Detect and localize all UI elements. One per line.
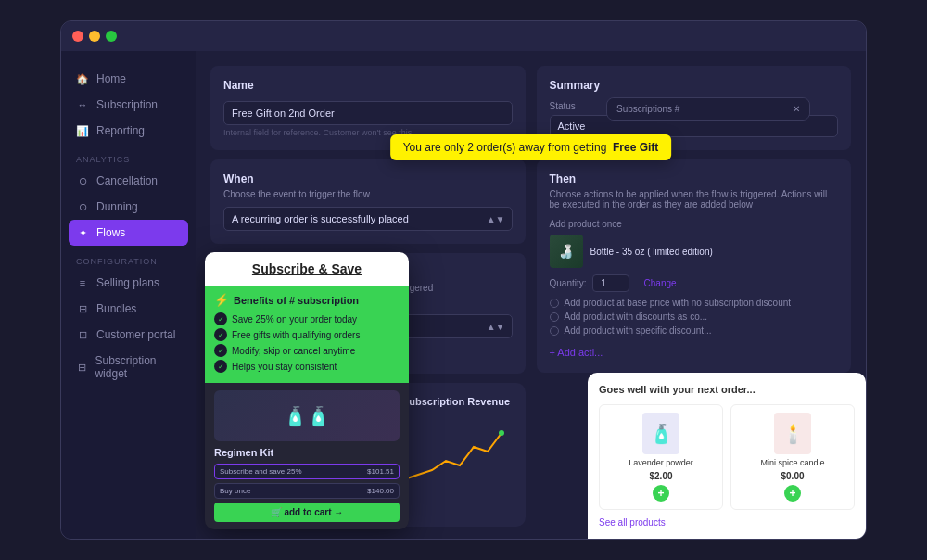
benefits-title: ⚡ Benefits of # subscription xyxy=(214,293,400,307)
check-icon-1: ✓ xyxy=(214,312,227,325)
subscription-widget-icon: ⊟ xyxy=(76,362,87,374)
see-all-link[interactable]: See all products xyxy=(599,517,855,528)
spice-price: $0.00 xyxy=(781,471,804,481)
change-link[interactable]: Change xyxy=(644,278,677,288)
app-window: 🏠 Home ↔ Subscription 📊 Reporting ANALYT… xyxy=(60,20,867,540)
sidebar-item-flows[interactable]: ✦ Flows xyxy=(69,220,188,246)
benefit-item-1: ✓ Save 25% on your order today xyxy=(214,312,400,325)
reporting-icon: 📊 xyxy=(76,125,89,137)
titlebar xyxy=(61,21,866,51)
spice-name: Mini spice candle xyxy=(760,458,824,467)
product-cards-row: 🧴 Lavender powder $2.00 + 🕯️ Mini spice … xyxy=(599,404,855,510)
sidebar-item-subscription-widget[interactable]: ⊟ Subscription widget xyxy=(61,348,196,387)
benefit-item-4: ✓ Helps you stay consistent xyxy=(214,360,400,373)
check-icon-2: ✓ xyxy=(214,328,227,341)
subscribe-save-title: Subscribe & Save xyxy=(218,261,396,276)
notification-bold: Free Gift xyxy=(613,141,658,154)
analytics-section-label: ANALYTICS xyxy=(61,144,196,168)
sub-modal-close-button[interactable]: ✕ xyxy=(793,104,800,114)
lavender-image: 🧴 xyxy=(642,413,679,454)
regimen-image: 🧴🧴 xyxy=(214,390,400,441)
sidebar-item-reporting[interactable]: 📊 Reporting xyxy=(61,118,196,144)
when-sub: Choose the event to trigger the flow xyxy=(223,189,513,199)
radio-option-1[interactable]: Add product at base price with no subscr… xyxy=(550,298,839,308)
svg-point-3 xyxy=(499,430,504,436)
sidebar-item-dunning[interactable]: ⊙ Dunning xyxy=(61,194,196,220)
lavender-price: $2.00 xyxy=(649,471,672,481)
product-name: Bottle - 35 oz ( limited edition) xyxy=(590,247,713,257)
check-icon-3: ✓ xyxy=(214,344,227,357)
name-input[interactable] xyxy=(223,101,513,125)
subscribe-price-btn[interactable]: Subscribe and save 25% $101.51 xyxy=(214,464,400,479)
maximize-dot[interactable] xyxy=(106,31,117,42)
add-action-button[interactable]: + Add acti... xyxy=(550,347,603,358)
customer-portal-icon: ⊡ xyxy=(76,329,89,341)
benefits-icon: ⚡ xyxy=(214,293,229,307)
config-section-label: CONFIGURATION xyxy=(61,246,196,270)
when-select[interactable]: A recurring order is successfully placed xyxy=(223,207,513,231)
subscription-modal: Subscriptions # ✕ xyxy=(606,97,810,121)
subscribe-header: Subscribe & Save xyxy=(205,252,409,286)
then-title: Then xyxy=(550,172,839,185)
home-icon: 🏠 xyxy=(76,73,89,85)
add-spice-button[interactable]: + xyxy=(784,485,801,502)
sidebar-item-cancellation[interactable]: ⊙ Cancellation xyxy=(61,168,196,194)
radio-circle-3 xyxy=(550,326,559,336)
add-to-cart-button[interactable]: 🛒 add to cart → xyxy=(214,503,400,522)
sidebar-item-home[interactable]: 🏠 Home xyxy=(61,66,196,92)
name-panel-title: Name xyxy=(223,79,513,92)
selling-plans-icon: ≡ xyxy=(76,277,89,288)
then-desc: Choose actions to be applied when the fl… xyxy=(550,189,839,210)
close-dot[interactable] xyxy=(72,31,83,42)
qty-label: Quantity: xyxy=(550,278,587,288)
add-lavender-button[interactable]: + xyxy=(653,485,669,502)
when-title: When xyxy=(223,172,513,185)
subscribe-body: 🧴🧴 Regimen Kit Subscribe and save 25% $1… xyxy=(205,383,409,529)
notification-bar: You are only 2 order(s) away from gettin… xyxy=(390,134,672,160)
mini-product-lavender: 🧴 Lavender powder $2.00 + xyxy=(599,404,723,510)
mini-product-spice: 🕯️ Mini spice candle $0.00 + xyxy=(730,404,855,510)
goes-well-panel: Goes well with your next order... 🧴 Lave… xyxy=(588,373,866,539)
benefit-item-3: ✓ Modify, skip or cancel anytime xyxy=(214,344,400,357)
check-icon-4: ✓ xyxy=(214,360,227,373)
flows-icon: ✦ xyxy=(76,227,89,239)
bundles-icon: ⊞ xyxy=(76,303,89,315)
minimize-dot[interactable] xyxy=(89,31,100,42)
when-panel: When Choose the event to trigger the flo… xyxy=(210,159,526,244)
goes-well-title: Goes well with your next order... xyxy=(599,384,855,395)
sub-revenue-chart xyxy=(400,414,511,489)
benefit-item-2: ✓ Free gifts with qualifying orders xyxy=(214,328,400,341)
radio-option-2[interactable]: Add product with discounts as co... xyxy=(550,312,839,322)
radio-circle-1 xyxy=(550,299,559,308)
sidebar: 🏠 Home ↔ Subscription 📊 Reporting ANALYT… xyxy=(61,51,196,539)
sidebar-item-bundles[interactable]: ⊞ Bundles xyxy=(61,296,196,322)
cancellation-icon: ⊙ xyxy=(76,175,89,187)
summary-title: Summary xyxy=(550,79,839,92)
sub-modal-title: Subscriptions # xyxy=(616,104,679,114)
lavender-name: Lavender powder xyxy=(629,458,693,467)
benefits-section: ⚡ Benefits of # subscription ✓ Save 25% … xyxy=(205,286,409,383)
spice-image: 🕯️ xyxy=(774,413,811,454)
radio-circle-2 xyxy=(550,312,559,322)
sidebar-item-customer-portal[interactable]: ⊡ Customer portal xyxy=(61,322,196,348)
product-item: 🍶 Bottle - 35 oz ( limited edition) xyxy=(550,235,839,268)
sub-modal-header: Subscriptions # ✕ xyxy=(607,98,809,120)
sidebar-item-selling-plans[interactable]: ≡ Selling plans xyxy=(61,270,196,296)
buy-once-price-btn[interactable]: Buy once $140.00 xyxy=(214,483,400,499)
subscription-revenue-title: Subscription Revenue xyxy=(400,396,513,407)
radio-option-3[interactable]: Add product with specific discount... xyxy=(550,325,839,336)
subscribe-save-overlay: Subscribe & Save ⚡ Benefits of # subscri… xyxy=(205,252,409,529)
add-product-title: Add product once xyxy=(550,219,839,229)
product-thumbnail: 🍶 xyxy=(550,235,583,268)
sidebar-item-subscription[interactable]: ↔ Subscription xyxy=(61,92,196,118)
main-content: Name Internal field for reference. Custo… xyxy=(196,51,866,539)
quantity-input[interactable] xyxy=(592,274,629,292)
regimen-title: Regimen Kit xyxy=(214,447,400,458)
subscription-icon: ↔ xyxy=(76,99,89,110)
then-panel: Then Choose actions to be applied when t… xyxy=(537,159,852,373)
dunning-icon: ⊙ xyxy=(76,201,89,213)
